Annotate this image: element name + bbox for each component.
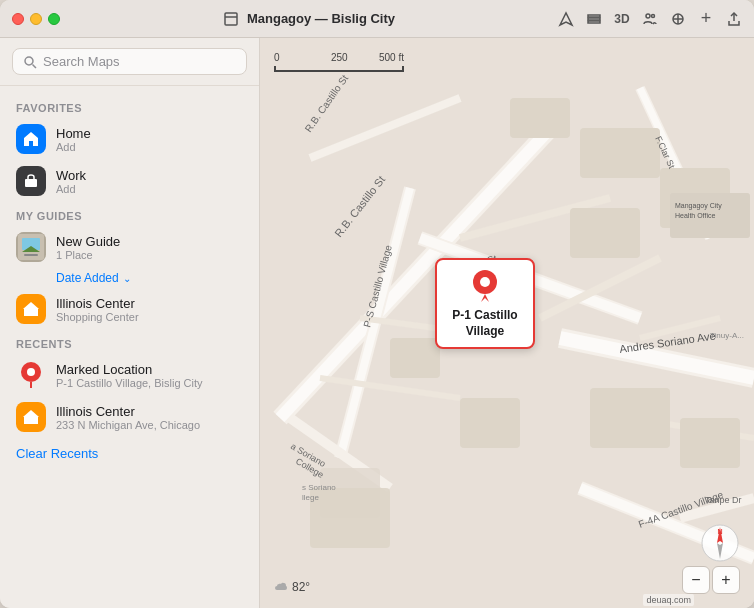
recents-header: Recents (0, 330, 259, 354)
3d-button[interactable]: 3D (614, 11, 630, 27)
svg-point-11 (25, 57, 33, 65)
sidebar-item-home[interactable]: Home Add (0, 118, 259, 160)
scale-bar: 0 250 500 ft (274, 52, 404, 72)
svg-marker-20 (23, 302, 39, 309)
guide-icon (16, 232, 46, 262)
search-box[interactable]: Search Maps (12, 48, 247, 75)
marked-location-sub: P-1 Castillo Village, Bislig City (56, 377, 203, 389)
svg-text:s Soriano: s Soriano (302, 483, 336, 492)
marked-location-text: Marked Location P-1 Castillo Village, Bi… (56, 362, 203, 389)
sidebar: Search Maps Favorites Home Add (0, 38, 260, 608)
svg-rect-30 (460, 398, 520, 448)
search-icon (23, 55, 37, 69)
scale-labels: 0 250 500 ft (274, 52, 404, 63)
svg-text:Taripe Dr: Taripe Dr (705, 495, 742, 505)
compass: N (700, 523, 740, 563)
layers-icon[interactable] (586, 11, 602, 27)
svg-rect-35 (310, 488, 390, 548)
home-text: Home Add (56, 126, 91, 153)
main-content: Search Maps Favorites Home Add (0, 38, 754, 608)
scale-500: 500 ft (379, 52, 404, 63)
search-container: Search Maps (0, 38, 259, 86)
illinois-recent-text: Illinois Center 233 N Michigan Ave, Chic… (56, 404, 200, 431)
svg-text:Health Office: Health Office (675, 212, 715, 219)
guide-text: New Guide 1 Place (56, 234, 120, 261)
minimize-button[interactable] (30, 13, 42, 25)
illinois-recent-icon (16, 402, 46, 432)
titlebar: Mangagoy — Bislig City 3D (0, 0, 754, 38)
illinois-guide-sub: Shopping Center (56, 311, 139, 323)
sidebar-scroll[interactable]: Favorites Home Add (0, 86, 259, 608)
home-sub: Add (56, 141, 91, 153)
sidebar-item-work[interactable]: Work Add (0, 160, 259, 202)
svg-rect-0 (225, 13, 237, 25)
marked-location-name: Marked Location (56, 362, 203, 377)
temperature-value: 82° (292, 580, 310, 594)
zoom-controls: − + (682, 566, 740, 594)
svg-marker-24 (23, 410, 39, 417)
titlebar-actions: 3D + (558, 11, 742, 27)
search-placeholder: Search Maps (43, 54, 120, 69)
window-title: Mangagoy — Bislig City (247, 11, 395, 26)
favorites-header: Favorites (0, 94, 259, 118)
svg-rect-31 (590, 388, 670, 448)
illinois-guide-text: Illinois Center Shopping Center (56, 296, 139, 323)
sidebar-item-illinois-guide[interactable]: Illinois Center Shopping Center (0, 288, 259, 330)
work-name: Work (56, 168, 86, 183)
work-sub: Add (56, 183, 86, 195)
svg-line-12 (33, 64, 37, 68)
marked-location-icon (16, 360, 46, 390)
guides-header: My Guides (0, 202, 259, 226)
close-button[interactable] (12, 13, 24, 25)
svg-text:Mangagoy City: Mangagoy City (675, 202, 722, 210)
popup-label: P-1 CastilloVillage (452, 308, 517, 339)
attribution: deuaq.com (643, 594, 694, 606)
temperature-display: 82° (274, 580, 310, 594)
home-name: Home (56, 126, 91, 141)
location-icon[interactable] (558, 11, 574, 27)
svg-rect-3 (588, 15, 600, 17)
svg-point-7 (652, 14, 655, 17)
svg-rect-4 (588, 18, 600, 20)
sidebar-item-marked-location[interactable]: Marked Location P-1 Castillo Village, Bi… (0, 354, 259, 396)
home-icon (16, 124, 46, 154)
people-icon[interactable] (642, 11, 658, 27)
clear-recents-button[interactable]: Clear Recents (0, 438, 259, 468)
svg-rect-5 (588, 21, 600, 23)
svg-rect-26 (580, 128, 660, 178)
date-added-label: Date Added (56, 271, 119, 285)
work-icon (16, 166, 46, 196)
svg-point-6 (646, 14, 650, 18)
chevron-down-icon: ⌄ (123, 273, 131, 284)
illinois-recent-name: Illinois Center (56, 404, 200, 419)
add-button[interactable]: + (698, 11, 714, 27)
zoom-in-button[interactable]: + (712, 566, 740, 594)
clear-recents-label: Clear Recents (16, 446, 98, 461)
svg-point-53 (480, 277, 490, 287)
popup-box: P-1 CastilloVillage (435, 258, 535, 349)
cloud-icon (274, 580, 288, 594)
map-area[interactable]: R.B. Castillo St Abarca St Andres Sorian… (260, 38, 754, 608)
app-window: Mangagoy — Bislig City 3D (0, 0, 754, 608)
guide-sub: 1 Place (56, 249, 120, 261)
route-icon[interactable] (670, 11, 686, 27)
svg-rect-13 (25, 179, 37, 187)
zoom-out-button[interactable]: − (682, 566, 710, 594)
svg-rect-23 (24, 416, 38, 424)
svg-rect-27 (510, 98, 570, 138)
scale-0: 0 (274, 52, 280, 63)
sidebar-item-illinois-recent[interactable]: Illinois Center 233 N Michigan Ave, Chic… (0, 396, 259, 438)
svg-point-22 (27, 368, 35, 376)
compass-svg: N (700, 523, 740, 563)
svg-rect-18 (24, 254, 38, 256)
date-added-button[interactable]: Date Added ⌄ (0, 268, 259, 288)
illinois-guide-name: Illinois Center (56, 296, 139, 311)
svg-rect-29 (390, 338, 440, 378)
svg-marker-2 (560, 13, 572, 25)
pin-popup[interactable]: P-1 CastilloVillage (435, 258, 535, 349)
maximize-button[interactable] (48, 13, 60, 25)
svg-text:llege: llege (302, 493, 319, 502)
sidebar-item-new-guide[interactable]: New Guide 1 Place (0, 226, 259, 268)
guide-name: New Guide (56, 234, 120, 249)
share-icon[interactable] (726, 11, 742, 27)
